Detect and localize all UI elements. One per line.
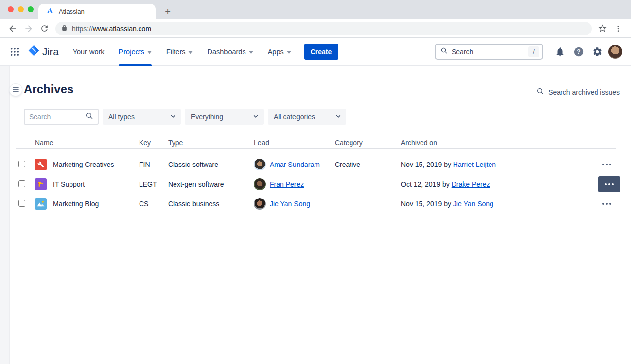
lead-avatar bbox=[254, 198, 266, 210]
url-text: https://www.atlassian.com bbox=[72, 24, 151, 33]
project-drill-icon bbox=[35, 178, 47, 190]
notifications-bell-icon[interactable] bbox=[552, 44, 568, 60]
project-name: Marketing Blog bbox=[53, 200, 99, 208]
project-type: Next-gen software bbox=[168, 180, 254, 188]
scope-filter-dropdown[interactable]: Everything bbox=[185, 109, 264, 125]
project-mountains-icon bbox=[35, 198, 47, 210]
new-tab-button[interactable]: + bbox=[162, 6, 174, 18]
user-avatar[interactable] bbox=[608, 45, 622, 59]
lead-link[interactable]: Amar Sundaram bbox=[270, 161, 320, 168]
project-key: FIN bbox=[139, 161, 168, 168]
table-row: Marketing Creatives FIN Classic software… bbox=[16, 155, 616, 174]
archived-by-link[interactable]: Drake Perez bbox=[452, 180, 490, 188]
archived-date: Nov 15, 2019 by bbox=[401, 200, 453, 208]
archived-on-cell: Nov 15, 2019 by Jie Yan Song bbox=[401, 200, 593, 208]
tab-title: Atlassian bbox=[59, 8, 85, 15]
archived-by-link[interactable]: Jie Yan Song bbox=[453, 200, 493, 208]
chevron-down-icon bbox=[287, 48, 291, 56]
help-icon[interactable]: ? bbox=[571, 44, 587, 60]
url-scheme: https:// bbox=[72, 25, 93, 33]
categories-filter-dropdown[interactable]: All categories bbox=[268, 109, 346, 125]
jira-logo-icon bbox=[28, 44, 40, 59]
settings-gear-icon[interactable] bbox=[590, 44, 605, 60]
lead-link[interactable]: Fran Perez bbox=[270, 180, 304, 188]
filter-search-input[interactable] bbox=[29, 113, 85, 121]
nav-apps[interactable]: Apps bbox=[268, 38, 291, 66]
row-checkbox[interactable] bbox=[18, 200, 25, 207]
window-controls bbox=[8, 6, 34, 12]
archived-by-link[interactable]: Harriet Leijten bbox=[453, 161, 496, 168]
create-button[interactable]: Create bbox=[304, 44, 339, 60]
search-archived-issues-link[interactable]: Search archived issues bbox=[536, 87, 620, 97]
nav-your-work-label: Your work bbox=[73, 48, 105, 56]
app-switcher-button[interactable] bbox=[7, 44, 23, 60]
reload-button[interactable] bbox=[36, 21, 52, 36]
types-filter-value: All types bbox=[108, 113, 135, 121]
chevron-down-icon bbox=[334, 112, 342, 122]
atlassian-favicon-icon bbox=[46, 7, 54, 16]
nav-dashboards-label: Dashboards bbox=[207, 48, 245, 56]
search-shortcut-badge: / bbox=[528, 46, 539, 57]
chevron-down-icon bbox=[147, 48, 152, 56]
project-wrench-icon bbox=[35, 159, 47, 170]
browser-window: Atlassian + https://www.atlassian.com bbox=[0, 0, 631, 364]
jira-logo[interactable]: Jira bbox=[28, 44, 59, 59]
jira-logo-text: Jira bbox=[42, 46, 59, 58]
close-window-button[interactable] bbox=[8, 6, 14, 12]
nav-your-work[interactable]: Your work bbox=[73, 38, 105, 66]
archived-on-cell: Oct 12, 2019 by Drake Perez bbox=[401, 180, 593, 188]
archived-date: Nov 15, 2019 by bbox=[401, 161, 453, 168]
lead-link[interactable]: Jie Yan Song bbox=[270, 200, 310, 208]
forward-button[interactable] bbox=[21, 21, 36, 36]
browser-menu-button[interactable] bbox=[610, 21, 626, 36]
chevron-down-icon bbox=[249, 48, 253, 56]
row-menu-button[interactable] bbox=[600, 161, 613, 168]
back-button[interactable] bbox=[5, 21, 21, 36]
archived-date: Oct 12, 2019 by bbox=[401, 180, 452, 188]
project-category: Creative bbox=[335, 161, 401, 168]
project-type: Classic software bbox=[168, 161, 254, 168]
search-icon bbox=[85, 112, 93, 122]
lead-avatar bbox=[254, 178, 266, 190]
nav-filters[interactable]: Filters bbox=[166, 38, 193, 66]
padlock-icon bbox=[61, 24, 68, 33]
row-checkbox[interactable] bbox=[18, 161, 25, 167]
table-body: Marketing Creatives FIN Classic software… bbox=[16, 155, 616, 214]
project-key: CS bbox=[139, 200, 168, 208]
project-key: LEGT bbox=[139, 180, 168, 188]
types-filter-dropdown[interactable]: All types bbox=[103, 109, 181, 125]
table-row: Marketing Blog CS Classic business Jie Y… bbox=[16, 194, 616, 214]
filter-bar: All types Everything All categories bbox=[24, 109, 346, 125]
browser-tab[interactable]: Atlassian bbox=[38, 4, 156, 19]
bookmark-star-button[interactable] bbox=[595, 21, 610, 36]
chevron-down-icon bbox=[169, 112, 177, 122]
row-menu-button-active[interactable] bbox=[598, 176, 620, 192]
nav-filters-label: Filters bbox=[166, 48, 185, 56]
archived-projects-table: Name Key Type Lead Category Archived on … bbox=[16, 137, 616, 214]
filter-search-box bbox=[24, 109, 99, 125]
table-row: IT Support LEGT Next-gen software Fran P… bbox=[16, 174, 616, 194]
svg-text:?: ? bbox=[577, 48, 580, 55]
minimize-window-button[interactable] bbox=[18, 6, 24, 12]
row-menu-button[interactable] bbox=[600, 200, 613, 208]
jira-navbar: Jira Your work Projects Filters Dashboar… bbox=[0, 38, 631, 66]
row-checkbox[interactable] bbox=[18, 180, 25, 187]
search-icon bbox=[536, 87, 544, 97]
column-header-type: Type bbox=[168, 139, 254, 147]
sidebar-toggle-button[interactable] bbox=[10, 84, 22, 96]
url-bar[interactable]: https://www.atlassian.com bbox=[55, 22, 592, 35]
scope-filter-value: Everything bbox=[191, 113, 223, 121]
column-header-lead: Lead bbox=[254, 139, 335, 147]
column-header-name: Name bbox=[35, 139, 139, 147]
global-search-input[interactable]: Search / bbox=[435, 44, 543, 60]
nav-projects[interactable]: Projects bbox=[119, 38, 152, 66]
zoom-window-button[interactable] bbox=[28, 6, 34, 12]
lead-avatar bbox=[254, 159, 266, 170]
nav-dashboards[interactable]: Dashboards bbox=[207, 38, 253, 66]
chevron-down-icon bbox=[252, 112, 260, 122]
browser-address-bar: https://www.atlassian.com bbox=[0, 19, 631, 38]
nav-projects-label: Projects bbox=[119, 48, 144, 56]
column-header-category: Category bbox=[335, 139, 401, 147]
page-title: Archives bbox=[24, 82, 73, 96]
column-header-key: Key bbox=[139, 139, 168, 147]
